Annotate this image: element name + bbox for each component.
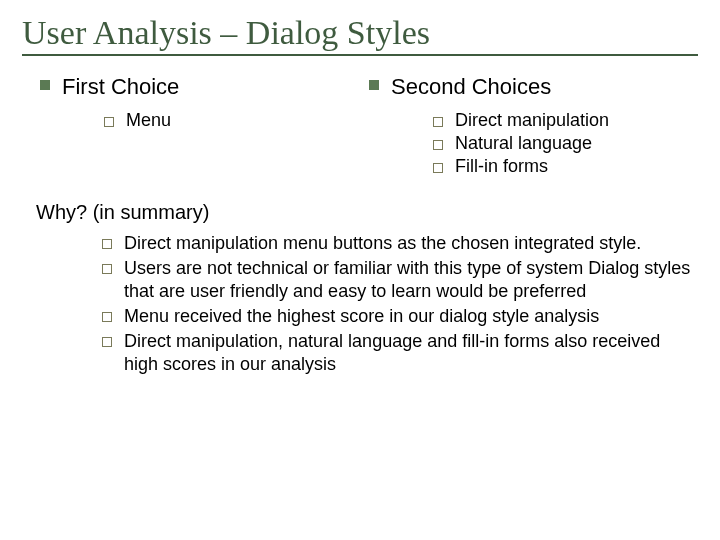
left-heading: First Choice (40, 74, 369, 100)
square-bullet-icon (40, 80, 50, 90)
list-item-text: Natural language (455, 133, 592, 154)
hollow-square-icon (433, 140, 443, 150)
list-item: Natural language (433, 133, 698, 154)
right-sublist: Direct manipulation Natural language Fil… (393, 110, 698, 177)
list-item-text: Direct manipulation menu buttons as the … (124, 232, 698, 255)
list-item: Direct manipulation, natural language an… (102, 330, 698, 376)
list-item-text: Direct manipulation (455, 110, 609, 131)
square-bullet-icon (369, 80, 379, 90)
list-item-text: Menu (126, 110, 171, 131)
left-column: First Choice Menu (40, 74, 369, 179)
hollow-square-icon (104, 117, 114, 127)
why-list: Direct manipulation menu buttons as the … (62, 232, 698, 376)
right-heading: Second Choices (369, 74, 698, 100)
left-sublist: Menu (64, 110, 369, 131)
list-item: Direct manipulation (433, 110, 698, 131)
list-item: Fill-in forms (433, 156, 698, 177)
hollow-square-icon (102, 337, 112, 347)
list-item-text: Fill-in forms (455, 156, 548, 177)
why-heading: Why? (in summary) (36, 201, 698, 224)
list-item: Menu received the highest score in our d… (102, 305, 698, 328)
list-item: Menu (104, 110, 369, 131)
two-column-area: First Choice Menu Second Choices Direct … (40, 74, 698, 179)
slide: User Analysis – Dialog Styles First Choi… (0, 0, 720, 540)
slide-title: User Analysis – Dialog Styles (22, 14, 698, 52)
hollow-square-icon (433, 117, 443, 127)
hollow-square-icon (102, 264, 112, 274)
right-column: Second Choices Direct manipulation Natur… (369, 74, 698, 179)
hollow-square-icon (102, 239, 112, 249)
hollow-square-icon (433, 163, 443, 173)
left-heading-text: First Choice (62, 74, 179, 100)
title-underline (22, 54, 698, 56)
list-item-text: Users are not technical or familiar with… (124, 257, 698, 303)
list-item-text: Direct manipulation, natural language an… (124, 330, 698, 376)
list-item: Direct manipulation menu buttons as the … (102, 232, 698, 255)
list-item-text: Menu received the highest score in our d… (124, 305, 698, 328)
right-heading-text: Second Choices (391, 74, 551, 100)
list-item: Users are not technical or familiar with… (102, 257, 698, 303)
hollow-square-icon (102, 312, 112, 322)
